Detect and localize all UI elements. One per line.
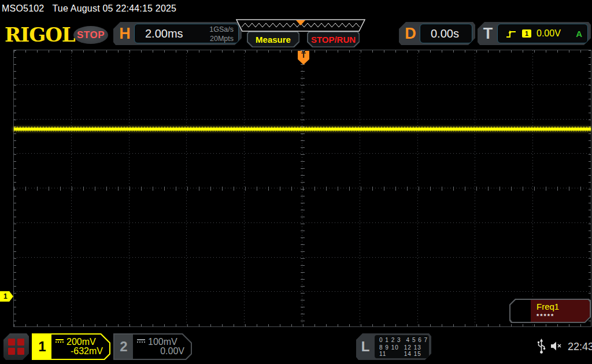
horizontal-panel[interactable]: H 2.00ms 1GSa/s 20Mpts [113, 22, 242, 45]
grid-ticks-center-horizontal [14, 187, 591, 191]
graticule: T [13, 50, 591, 327]
trigger-level-value: 0.00V [536, 28, 561, 39]
measurement-title: Freq1 [536, 302, 559, 311]
trigger-slope-icon [505, 29, 517, 39]
logic-analyzer-badge[interactable]: L 0 1 2 3 4 5 6 7 8 9 10 11 12 13 14 15 [356, 333, 431, 360]
sample-rate: 1GSa/s [209, 25, 234, 35]
measure-button-label: Measure [256, 35, 291, 44]
delay-value: 0.00s [431, 27, 459, 40]
trigger-source-badge: 1 [522, 29, 531, 38]
channel1-badge[interactable]: 1 200mV -632mV [32, 333, 110, 360]
run-state-badge: STOP [73, 26, 108, 44]
horizontal-label: H [116, 22, 134, 45]
channel2-badge[interactable]: 2 100mV 0.00V [113, 333, 192, 360]
usb-icon [537, 339, 546, 357]
status-bar: MSO5102Tue August 05 22:44:15 2025 [2, 3, 176, 14]
channel1-number: 1 [33, 335, 51, 359]
delay-inset: 0.00s [420, 24, 472, 43]
logic-channel-numbers: 0 1 2 3 4 5 6 7 8 9 10 11 12 13 14 15 [375, 335, 429, 358]
measurement-value: ***** [536, 313, 554, 320]
channel2-offset: 0.00V [160, 346, 184, 356]
channel1-offset: -632mV [71, 346, 103, 356]
stop-run-button[interactable]: STOP/RUN [307, 31, 360, 47]
clock: 22:43 [568, 341, 592, 353]
trigger-sweep-mode: A [576, 29, 582, 39]
trigger-label: T [480, 22, 496, 45]
datetime-label: Tue August 05 22:44:15 2025 [52, 3, 176, 13]
channel1-waveform [14, 128, 591, 131]
logic-channels-0-3: 0 1 2 3 [379, 337, 401, 343]
horizontal-inset: 2.00ms 1GSa/s 20Mpts [134, 24, 239, 43]
delay-label: D [401, 22, 420, 45]
dc-coupling-icon [56, 339, 64, 345]
rigol-logo: RIGOL [5, 23, 75, 46]
acquisition-info: 1GSa/s 20Mpts [209, 25, 234, 43]
channel1-offset-marker-label: 1 [3, 292, 8, 300]
memory-depth: 20Mpts [209, 35, 234, 44]
stop-run-button-label: STOP/RUN [311, 35, 356, 44]
channel1-offset-marker[interactable]: 1 [0, 291, 13, 302]
run-state-label: STOP [77, 29, 105, 41]
measurement-panel-inner: Freq1 ***** [510, 300, 590, 322]
logic-channels-8-11: 8 9 10 11 [379, 344, 399, 357]
trigger-inset: 1 0.00V A [497, 24, 588, 43]
logic-channels-12-15: 12 13 14 15 [404, 344, 429, 357]
dc-coupling-icon [137, 339, 145, 345]
horizontal-position-bar[interactable] [236, 19, 365, 32]
model-name: MSO5102 [2, 3, 44, 13]
trigger-panel[interactable]: T 1 0.00V A [478, 22, 591, 45]
measure-button[interactable]: Measure [247, 31, 299, 47]
measurement-panel[interactable]: Freq1 ***** [509, 299, 591, 323]
delay-panel[interactable]: D 0.00s [399, 22, 475, 45]
speaker-muted-icon [550, 341, 564, 354]
oscilloscope-screen: MSO5102Tue August 05 22:44:15 2025 RIGOL… [0, 0, 592, 364]
menu-button[interactable] [3, 333, 29, 360]
logic-channels-4-7: 4 5 6 7 [406, 337, 428, 343]
four-squares-icon [8, 339, 24, 355]
timebase-value: 2.00ms [145, 27, 183, 40]
channel2-number: 2 [114, 335, 133, 359]
logic-analyzer-label: L [357, 333, 373, 360]
